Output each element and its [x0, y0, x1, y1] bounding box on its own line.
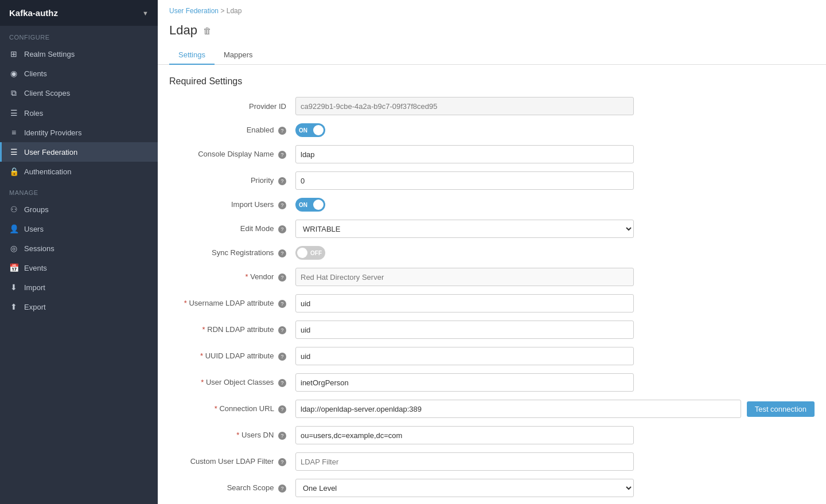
priority-row: Priority ?	[169, 171, 815, 190]
sidebar-item-label: Authentication	[24, 167, 71, 176]
page-header: Ldap 🗑	[158, 18, 826, 46]
import-icon: ⬇	[9, 283, 18, 292]
search-scope-info-icon[interactable]: ?	[278, 485, 286, 493]
enabled-toggle-label: ON	[297, 127, 310, 134]
import-users-label: Import Users ?	[169, 200, 295, 209]
page-title: Ldap	[169, 23, 197, 38]
enabled-label: Enabled ?	[169, 126, 295, 135]
users-dn-row: * Users DN ?	[169, 426, 815, 444]
tabs-bar: Settings Mappers	[158, 46, 826, 65]
breadcrumb-separator: >	[220, 7, 226, 15]
enabled-toggle-knob	[313, 125, 324, 135]
edit-mode-info-icon[interactable]: ?	[278, 225, 286, 233]
sidebar-item-client-scopes[interactable]: ⧉ Client Scopes	[0, 83, 158, 103]
sidebar-item-groups[interactable]: ⚇ Groups	[0, 200, 158, 219]
custom-user-filter-input[interactable]	[295, 452, 634, 471]
user-object-classes-info-icon[interactable]: ?	[278, 379, 286, 387]
configure-section-label: Configure	[0, 26, 158, 44]
uuid-ldap-attr-row: * UUID LDAP attribute ?	[169, 347, 815, 365]
breadcrumb: User Federation > Ldap	[158, 0, 826, 18]
identity-providers-icon: ≡	[9, 128, 18, 137]
form-content: Required Settings Provider ID Enabled ? …	[158, 65, 826, 504]
users-dn-input[interactable]	[295, 426, 634, 444]
realm-header[interactable]: Kafka-authz ▼	[0, 0, 158, 26]
sidebar-item-label: Clients	[24, 69, 47, 78]
search-scope-select[interactable]: One Level Subtree	[295, 479, 634, 497]
user-object-classes-row: * User Object Classes ?	[169, 373, 815, 392]
sidebar-item-label: Groups	[24, 205, 49, 214]
sync-registrations-toggle-label: OFF	[308, 250, 324, 256]
sync-registrations-info-icon[interactable]: ?	[278, 249, 286, 257]
sidebar-item-identity-providers[interactable]: ≡ Identity Providers	[0, 123, 158, 142]
priority-input[interactable]	[295, 171, 634, 190]
provider-id-label: Provider ID	[169, 102, 295, 111]
rdn-ldap-attr-info-icon[interactable]: ?	[278, 326, 286, 334]
uuid-ldap-attr-info-icon[interactable]: ?	[278, 353, 286, 361]
enabled-row: Enabled ? ON	[169, 123, 815, 137]
rdn-ldap-attr-input[interactable]	[295, 321, 634, 339]
console-display-name-info-icon[interactable]: ?	[278, 151, 286, 159]
username-ldap-attr-row: * Username LDAP attribute ?	[169, 294, 815, 312]
sidebar-item-import[interactable]: ⬇ Import	[0, 278, 158, 297]
section-title: Required Settings	[169, 76, 815, 87]
delete-icon[interactable]: 🗑	[203, 26, 212, 36]
users-dn-label: * Users DN ?	[169, 431, 295, 440]
edit-mode-select[interactable]: WRITABLE READ_ONLY UNSYNCED	[295, 220, 634, 238]
tab-mappers[interactable]: Mappers	[215, 46, 262, 65]
sidebar-item-label: Events	[24, 264, 47, 272]
main-content: User Federation > Ldap Ldap 🗑 Settings M…	[158, 0, 826, 504]
users-dn-info-icon[interactable]: ?	[278, 432, 286, 440]
import-users-toggle-label: ON	[297, 202, 310, 208]
sidebar-item-events[interactable]: 📅 Events	[0, 258, 158, 278]
provider-id-input	[295, 97, 634, 115]
connection-url-input[interactable]	[295, 400, 741, 418]
console-display-name-label: Console Display Name ?	[169, 150, 295, 159]
export-icon: ⬆	[9, 302, 18, 311]
chevron-down-icon: ▼	[142, 10, 149, 17]
username-ldap-attr-label: * Username LDAP attribute ?	[169, 299, 295, 308]
enabled-toggle[interactable]: ON	[295, 123, 325, 137]
test-connection-button[interactable]: Test connection	[747, 401, 815, 417]
enabled-info-icon[interactable]: ?	[278, 127, 286, 135]
events-icon: 📅	[9, 263, 18, 272]
sidebar-item-label: Users	[24, 225, 44, 233]
sidebar: Kafka-authz ▼ Configure ⊞ Realm Settings…	[0, 0, 158, 504]
search-scope-label: Search Scope ?	[169, 483, 295, 493]
sidebar-item-realm-settings[interactable]: ⊞ Realm Settings	[0, 44, 158, 64]
tab-settings[interactable]: Settings	[169, 46, 215, 65]
roles-icon: ☰	[9, 108, 18, 118]
import-users-toggle[interactable]: ON	[295, 198, 325, 212]
sidebar-item-clients[interactable]: ◉ Clients	[0, 64, 158, 83]
import-users-toggle-knob	[313, 200, 324, 210]
sidebar-item-user-federation[interactable]: ☰ User Federation	[0, 142, 158, 162]
search-scope-row: Search Scope ? One Level Subtree	[169, 479, 815, 497]
user-object-classes-label: * User Object Classes ?	[169, 378, 295, 387]
custom-user-filter-info-icon[interactable]: ?	[278, 458, 286, 466]
provider-id-row: Provider ID	[169, 97, 815, 115]
user-object-classes-input[interactable]	[295, 373, 634, 392]
uuid-ldap-attr-input[interactable]	[295, 347, 634, 365]
sync-registrations-toggle[interactable]: OFF	[295, 246, 325, 260]
sidebar-item-authentication[interactable]: 🔒 Authentication	[0, 162, 158, 181]
vendor-input[interactable]	[295, 268, 634, 286]
sidebar-item-roles[interactable]: ☰ Roles	[0, 103, 158, 123]
realm-name: Kafka-authz	[9, 8, 58, 18]
sidebar-item-export[interactable]: ⬆ Export	[0, 297, 158, 317]
sidebar-item-users[interactable]: 👤 Users	[0, 219, 158, 239]
vendor-info-icon[interactable]: ?	[278, 274, 286, 282]
console-display-name-input[interactable]	[295, 145, 634, 163]
sidebar-item-label: Sessions	[24, 244, 54, 253]
sync-registrations-toggle-knob	[297, 248, 307, 258]
username-ldap-attr-info-icon[interactable]: ?	[278, 300, 286, 308]
rdn-ldap-attr-label: * RDN LDAP attribute ?	[169, 325, 295, 334]
groups-icon: ⚇	[9, 205, 18, 214]
priority-info-icon[interactable]: ?	[278, 177, 286, 185]
breadcrumb-parent[interactable]: User Federation	[169, 7, 219, 15]
sidebar-item-label: Client Scopes	[24, 89, 70, 97]
sidebar-item-label: Import	[24, 283, 45, 292]
connection-url-info-icon[interactable]: ?	[278, 405, 286, 413]
import-users-info-icon[interactable]: ?	[278, 201, 286, 209]
username-ldap-attr-input[interactable]	[295, 294, 634, 312]
console-display-name-row: Console Display Name ?	[169, 145, 815, 163]
sidebar-item-sessions[interactable]: ◎ Sessions	[0, 239, 158, 258]
